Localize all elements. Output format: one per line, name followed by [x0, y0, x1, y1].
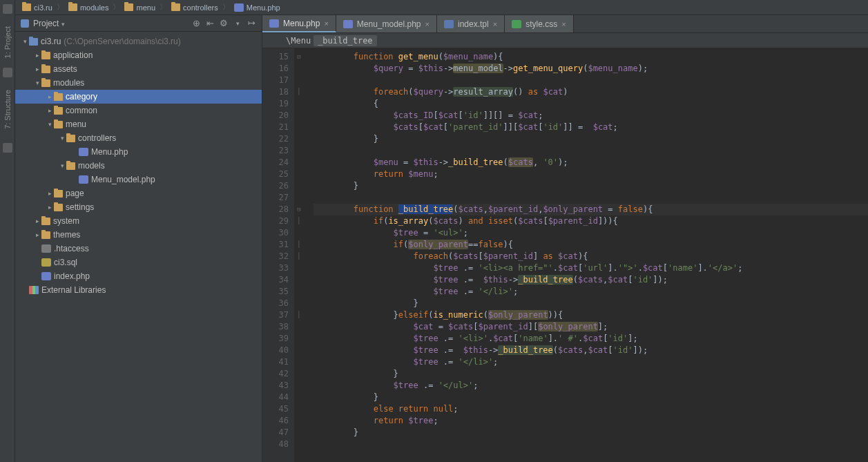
tree-arrow-icon[interactable]: ▾ — [58, 162, 66, 169]
tree-node[interactable]: External Libraries — [15, 283, 262, 297]
tree-arrow-icon[interactable]: ▸ — [46, 204, 54, 211]
line-number[interactable]: 48 — [262, 439, 289, 450]
code-line[interactable]: else return null; — [314, 403, 868, 415]
tree-node[interactable]: Menu_model.php — [15, 173, 262, 186]
tree-arrow-icon[interactable]: ▸ — [46, 93, 54, 100]
line-number[interactable]: 17 — [262, 75, 289, 86]
breadcrumb-segment[interactable]: controllers — [168, 3, 221, 12]
line-number[interactable]: 34 — [262, 274, 289, 286]
line-number[interactable]: 21 — [262, 122, 289, 133]
tree-node[interactable]: ▸category — [15, 90, 262, 104]
tree-node[interactable]: ci3.sql — [15, 256, 262, 269]
tree-arrow-icon[interactable]: ▸ — [33, 66, 41, 73]
tree-arrow-icon[interactable]: ▸ — [46, 190, 54, 197]
line-number[interactable]: 47 — [262, 427, 289, 439]
line-number-gutter[interactable]: 1516171819202122232425262728293031323334… — [262, 48, 294, 462]
code-line[interactable] — [314, 439, 868, 450]
tree-arrow-icon[interactable]: ▸ — [46, 107, 54, 114]
tree-arrow-icon[interactable]: ▸ — [33, 231, 41, 238]
code-line[interactable]: $tree = '<ul>'; — [314, 227, 868, 239]
code-line[interactable]: } — [314, 298, 868, 309]
line-number[interactable]: 24 — [262, 157, 289, 169]
gear-dropdown-icon[interactable]: ▾ — [233, 19, 242, 28]
tool-icon[interactable] — [3, 68, 12, 77]
close-icon[interactable]: × — [425, 20, 430, 28]
code-area[interactable]: 1516171819202122232425262728293031323334… — [262, 48, 868, 462]
tree-node[interactable]: index.php — [15, 269, 262, 283]
tree-node[interactable]: ▸common — [15, 104, 262, 117]
tree-node[interactable]: ▸system — [15, 214, 262, 228]
line-number[interactable]: 29 — [262, 215, 289, 227]
line-number[interactable]: 44 — [262, 392, 289, 403]
editor-breadcrumb-method[interactable]: _build_tree — [314, 35, 376, 46]
line-number[interactable]: 39 — [262, 333, 289, 345]
breadcrumb-segment[interactable]: modules — [66, 3, 112, 12]
line-number[interactable]: 15 — [262, 51, 289, 63]
tree-node[interactable]: ▾controllers — [15, 131, 262, 145]
tree-node[interactable]: .htaccess — [15, 242, 262, 256]
tree-node[interactable]: ▾models — [15, 159, 262, 173]
code-line[interactable]: $menu = $this->_build_tree($cats, '0'); — [314, 157, 868, 169]
close-icon[interactable]: × — [561, 20, 566, 28]
line-number[interactable]: 35 — [262, 286, 289, 298]
line-number[interactable]: 37 — [262, 309, 289, 321]
line-number[interactable]: 40 — [262, 345, 289, 356]
code-line[interactable]: $tree .= '<li>'.$cat['name'].' #'.$cat['… — [314, 333, 868, 345]
tree-arrow-icon[interactable]: ▾ — [21, 38, 29, 45]
code-line[interactable]: $tree .= $this->_build_tree($cats,$cat['… — [314, 274, 868, 286]
tree-node[interactable]: ▸application — [15, 48, 262, 62]
line-number[interactable]: 27 — [262, 192, 289, 204]
code-editor[interactable]: function get_menu($menu_name){ $query = … — [304, 48, 868, 462]
line-number[interactable]: 31 — [262, 239, 289, 251]
code-line[interactable]: if(is_array($cats) and isset($cats[$pare… — [314, 215, 868, 227]
code-line[interactable]: $cats_ID[$cat['id']][] = $cat; — [314, 110, 868, 122]
fold-gutter[interactable]: ⊟│⊟││││ — [294, 48, 304, 462]
close-icon[interactable]: × — [493, 20, 497, 28]
tree-arrow-icon[interactable]: ▸ — [33, 218, 41, 224]
hide-icon[interactable]: ↦ — [247, 19, 256, 28]
code-line[interactable]: $cat = $cats[$parent_id][$only_parent]; — [314, 321, 868, 333]
line-number[interactable]: 43 — [262, 380, 289, 392]
code-line[interactable]: $tree .= '</li>'; — [314, 356, 868, 368]
tree-arrow-icon[interactable]: ▾ — [58, 135, 66, 142]
locate-icon[interactable]: ⊕ — [191, 19, 201, 28]
code-line[interactable]: function get_menu($menu_name){ — [314, 51, 868, 63]
breadcrumb-segment[interactable]: Menu.php — [231, 3, 283, 12]
line-number[interactable]: 38 — [262, 321, 289, 333]
line-number[interactable]: 20 — [262, 110, 289, 122]
line-number[interactable]: 41 — [262, 356, 289, 368]
code-line[interactable]: return $tree; — [314, 415, 868, 427]
tree-node[interactable]: ▾menu — [15, 117, 262, 131]
code-line[interactable]: if($only_parent==false){ — [314, 239, 868, 251]
line-number[interactable]: 42 — [262, 368, 289, 380]
code-line[interactable] — [314, 192, 868, 204]
line-number[interactable]: 18 — [262, 86, 289, 98]
code-line[interactable]: } — [314, 368, 868, 380]
code-line[interactable]: } — [314, 392, 868, 403]
project-view-selector[interactable]: Project — [33, 19, 65, 28]
line-number[interactable]: 45 — [262, 403, 289, 415]
line-number[interactable]: 30 — [262, 227, 289, 239]
editor-tab[interactable]: style.css× — [505, 15, 573, 32]
collapse-icon[interactable]: ⇤ — [205, 19, 215, 28]
tree-node[interactable]: ▸settings — [15, 200, 262, 214]
tool-tab-project[interactable]: 1: Project — [3, 22, 12, 62]
tree-node[interactable]: ▸page — [15, 186, 262, 200]
breadcrumb-segment[interactable]: menu — [122, 3, 158, 12]
tool-tab-structure[interactable]: 7: Structure — [3, 86, 12, 133]
line-number[interactable]: 26 — [262, 180, 289, 192]
tree-node[interactable]: ▾modules — [15, 76, 262, 90]
gear-icon[interactable]: ⚙ — [219, 19, 229, 28]
editor-breadcrumb-class[interactable]: \Menu — [283, 35, 314, 46]
line-number[interactable]: 36 — [262, 298, 289, 309]
editor-breadcrumb[interactable]: \Menu _build_tree — [262, 33, 868, 48]
line-number[interactable]: 25 — [262, 169, 289, 180]
code-line[interactable]: $tree .= '</li>'; — [314, 286, 868, 298]
tool-icon[interactable] — [3, 143, 12, 153]
tree-node[interactable]: ▸themes — [15, 228, 262, 242]
code-line[interactable]: } — [314, 133, 868, 145]
line-number[interactable]: 23 — [262, 145, 289, 157]
code-line[interactable]: $cats[$cat['parent_id']][$cat['id']] = $… — [314, 122, 868, 133]
code-line[interactable]: $tree .= $this->_build_tree($cats,$cat['… — [314, 345, 868, 356]
editor-tab[interactable]: index.tpl× — [437, 15, 505, 32]
